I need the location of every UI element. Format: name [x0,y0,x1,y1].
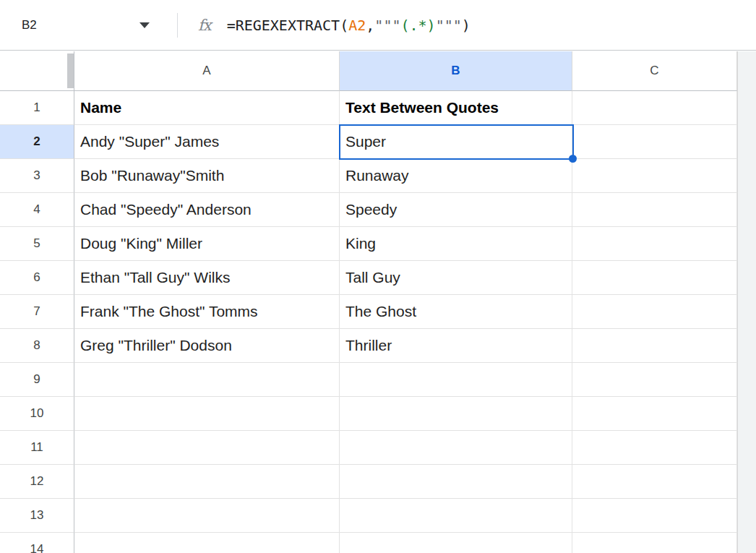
formula-segment: """ [374,17,400,34]
name-box[interactable]: B2 [0,0,177,50]
row-header-3[interactable]: 3 [0,159,74,193]
row-header-13[interactable]: 13 [0,499,74,533]
column-header-C[interactable]: C [572,51,737,91]
formula-text[interactable]: =REGEXEXTRACT(A2,"""(.*)""") [227,17,471,34]
cell-B7[interactable]: The Ghost [340,295,572,329]
sheet-row: 13 [0,499,737,533]
cell-B12[interactable] [340,465,572,499]
formula-segment: (.*) [400,17,435,34]
cell-B11[interactable] [340,431,572,465]
cell-C13[interactable] [572,499,737,533]
cell-B6[interactable]: Tall Guy [340,261,572,295]
cell-C14[interactable] [572,533,737,553]
cell-C8[interactable] [572,329,737,363]
formula-segment: """ [436,17,462,34]
fill-handle[interactable] [569,155,577,163]
sheet-row: 7Frank "The Ghost" TommsThe Ghost [0,295,737,329]
sheet-row: 9 [0,363,737,397]
cell-C1[interactable] [572,91,737,125]
sheet-row: 10 [0,397,737,431]
cell-C3[interactable] [572,159,737,193]
cell-B8[interactable]: Thriller [340,329,572,363]
fx-icon: fx [198,17,211,34]
cell-C9[interactable] [572,363,737,397]
row-header-6[interactable]: 6 [0,261,74,295]
formula-bar: B2 fx =REGEXEXTRACT(A2,"""(.*)""") [0,0,756,51]
sheet-row: 4Chad "Speedy" AndersonSpeedy [0,193,737,227]
cell-B5[interactable]: King [340,227,572,261]
cell-A5[interactable]: Doug "King" Miller [74,227,340,261]
row-header-8[interactable]: 8 [0,329,74,363]
sheet-grid: A B C 1NameText Between Quotes2Andy "Sup… [0,51,737,553]
cell-C7[interactable] [572,295,737,329]
sheet-row: 6Ethan "Tall Guy" WilksTall Guy [0,261,737,295]
sheet-row: 11 [0,431,737,465]
cell-A7[interactable]: Frank "The Ghost" Tomms [74,295,340,329]
name-box-value: B2 [22,18,37,33]
row-header-12[interactable]: 12 [0,465,74,499]
row-header-4[interactable]: 4 [0,193,74,227]
cell-A13[interactable] [74,499,340,533]
sheet-rows: 1NameText Between Quotes2Andy "Super" Ja… [0,91,737,553]
row-header-11[interactable]: 11 [0,431,74,465]
row-header-2[interactable]: 2 [0,125,74,159]
cell-C10[interactable] [572,397,737,431]
row-header-7[interactable]: 7 [0,295,74,329]
cell-B1[interactable]: Text Between Quotes [340,91,572,125]
sheet-row: 12 [0,465,737,499]
cell-C5[interactable] [572,227,737,261]
row-header-5[interactable]: 5 [0,227,74,261]
cell-B3[interactable]: Runaway [340,159,572,193]
cell-A3[interactable]: Bob "Runaway"Smith [74,159,340,193]
vertical-scrollbar-track[interactable] [737,51,756,553]
sheet-row: 8Greg "Thriller" DodsonThriller [0,329,737,363]
row-header-10[interactable]: 10 [0,397,74,431]
cell-B2[interactable]: Super [340,125,572,159]
cell-C6[interactable] [572,261,737,295]
cell-A12[interactable] [74,465,340,499]
formula-segment: =REGEXEXTRACT( [227,17,349,34]
row-header-1[interactable]: 1 [0,91,74,125]
cell-A6[interactable]: Ethan "Tall Guy" Wilks [74,261,340,295]
select-all-corner[interactable] [0,51,74,91]
name-box-dropdown-icon[interactable] [139,22,150,28]
sheet-row: 14 [0,533,737,553]
sheet-row: 1NameText Between Quotes [0,91,737,125]
sheet-row: 5Doug "King" MillerKing [0,227,737,261]
cell-B10[interactable] [340,397,572,431]
sheet-row: 2Andy "Super" JamesSuper [0,125,737,159]
column-header-A[interactable]: A [74,51,340,91]
cell-A2[interactable]: Andy "Super" James [74,125,340,159]
cell-B4[interactable]: Speedy [340,193,572,227]
corner-strip [67,53,74,88]
cell-A9[interactable] [74,363,340,397]
cell-A4[interactable]: Chad "Speedy" Anderson [74,193,340,227]
cell-A11[interactable] [74,431,340,465]
cell-A10[interactable] [74,397,340,431]
column-header-B[interactable]: B [340,51,572,91]
row-header-14[interactable]: 14 [0,533,74,553]
cell-A1[interactable]: Name [74,91,340,125]
cell-B14[interactable] [340,533,572,553]
cell-B9[interactable] [340,363,572,397]
sheet-row: 3Bob "Runaway"SmithRunaway [0,159,737,193]
formula-segment: A2 [348,17,366,34]
formula-segment: ) [462,17,471,34]
cell-C4[interactable] [572,193,737,227]
cell-A14[interactable] [74,533,340,553]
cell-C11[interactable] [572,431,737,465]
cell-A8[interactable]: Greg "Thriller" Dodson [74,329,340,363]
formula-bar-divider [177,13,178,38]
row-header-9[interactable]: 9 [0,363,74,397]
cell-C2[interactable] [572,125,737,159]
cell-C12[interactable] [572,465,737,499]
column-header-row: A B C [0,51,737,91]
cell-B13[interactable] [340,499,572,533]
formula-segment: , [366,17,374,34]
